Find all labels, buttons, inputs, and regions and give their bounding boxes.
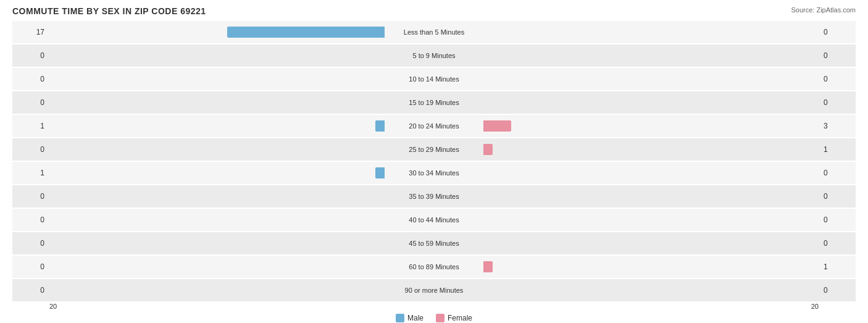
chart-title: COMMUTE TIME BY SEX IN ZIP CODE 69221 [12, 6, 206, 16]
chart-rows: 17 Less than 5 Minutes 0 0 [12, 21, 856, 301]
bars-center: 5 to 9 Minutes [49, 44, 819, 67]
row-label: 10 to 14 Minutes [385, 75, 483, 83]
table-row: 0 90 or more Minutes 0 [12, 279, 856, 301]
legend-male: Male [396, 314, 424, 322]
bar-pair: 25 to 29 Minutes [49, 138, 819, 161]
row-label: 25 to 29 Minutes [385, 146, 483, 153]
female-side [483, 73, 819, 85]
female-value: 1 [819, 262, 856, 271]
female-value: 1 [819, 145, 856, 154]
male-side [49, 238, 385, 249]
row-label: Less than 5 Minutes [385, 28, 483, 36]
female-bar [483, 144, 493, 155]
female-value: 0 [819, 239, 856, 248]
male-bar [375, 120, 385, 132]
male-side [49, 167, 385, 178]
male-value: 0 [12, 239, 49, 248]
male-side [49, 261, 385, 272]
table-row: 0 40 to 44 Minutes 0 [12, 209, 856, 231]
bar-pair: 5 to 9 Minutes [49, 44, 819, 67]
title-row: COMMUTE TIME BY SEX IN ZIP CODE 69221 So… [12, 6, 856, 16]
female-side [483, 214, 819, 225]
table-row: 0 10 to 14 Minutes 0 [12, 68, 856, 90]
female-side [483, 261, 819, 272]
male-side [49, 191, 385, 202]
male-side [49, 50, 385, 61]
male-side [49, 27, 385, 38]
male-side [49, 285, 385, 296]
female-bar [483, 120, 511, 132]
legend-male-label: Male [407, 314, 424, 322]
male-value: 1 [12, 169, 49, 177]
table-row: 0 15 to 19 Minutes 0 [12, 91, 856, 114]
bars-center: 40 to 44 Minutes [49, 209, 819, 231]
row-label: 30 to 34 Minutes [385, 169, 483, 177]
female-value: 0 [819, 216, 856, 224]
female-value: 3 [819, 122, 856, 130]
female-side [483, 285, 819, 296]
chart-container: COMMUTE TIME BY SEX IN ZIP CODE 69221 So… [0, 0, 868, 323]
table-row: 1 30 to 34 Minutes 0 [12, 162, 856, 184]
female-side [483, 191, 819, 202]
female-side [483, 144, 819, 155]
row-label: 5 to 9 Minutes [385, 52, 483, 59]
male-bar [375, 167, 385, 178]
bars-center: 35 to 39 Minutes [49, 185, 819, 208]
female-side [483, 120, 819, 132]
bars-center: 30 to 34 Minutes [49, 162, 819, 184]
bars-center: 45 to 59 Minutes [49, 232, 819, 254]
bars-center: Less than 5 Minutes [49, 21, 819, 43]
bar-pair: 20 to 24 Minutes [49, 115, 819, 137]
axis-row: 20 20 [12, 303, 856, 310]
bars-center: 90 or more Minutes [49, 279, 819, 301]
row-label: 20 to 24 Minutes [385, 122, 483, 130]
bar-pair: 40 to 44 Minutes [49, 209, 819, 231]
table-row: 1 20 to 24 Minutes 3 [12, 115, 856, 137]
legend-female-label: Female [448, 314, 472, 322]
bars-center: 20 to 24 Minutes [49, 115, 819, 137]
male-side [49, 214, 385, 225]
male-value: 0 [12, 51, 49, 60]
male-value: 17 [12, 28, 49, 36]
bar-pair: Less than 5 Minutes [49, 21, 819, 43]
male-value: 0 [12, 216, 49, 224]
male-side [49, 144, 385, 155]
female-side [483, 50, 819, 61]
female-value: 0 [819, 192, 856, 201]
male-value: 0 [12, 98, 49, 107]
table-row: 17 Less than 5 Minutes 0 [12, 21, 856, 43]
female-side [483, 167, 819, 178]
male-side [49, 120, 385, 132]
legend-female-box [436, 314, 444, 322]
bar-pair: 90 or more Minutes [49, 279, 819, 301]
female-value: 0 [819, 51, 856, 60]
female-value: 0 [819, 169, 856, 177]
female-value: 0 [819, 286, 856, 295]
bars-center: 60 to 89 Minutes [49, 256, 819, 278]
bar-pair: 15 to 19 Minutes [49, 91, 819, 114]
male-value: 1 [12, 122, 49, 130]
female-side [483, 27, 819, 38]
row-label: 90 or more Minutes [385, 287, 483, 294]
male-side [49, 73, 385, 85]
table-row: 0 5 to 9 Minutes 0 [12, 44, 856, 67]
row-label: 15 to 19 Minutes [385, 99, 483, 106]
female-value: 0 [819, 98, 856, 107]
male-side [49, 97, 385, 108]
female-side [483, 238, 819, 249]
legend-male-box [396, 314, 404, 322]
bar-pair: 60 to 89 Minutes [49, 256, 819, 278]
row-label: 45 to 59 Minutes [385, 240, 483, 247]
female-side [483, 97, 819, 108]
table-row: 0 60 to 89 Minutes 1 [12, 256, 856, 278]
legend-row: Male Female [12, 314, 856, 322]
table-row: 0 25 to 29 Minutes 1 [12, 138, 856, 161]
female-value: 0 [819, 28, 856, 36]
male-value: 0 [12, 145, 49, 154]
bar-pair: 45 to 59 Minutes [49, 232, 819, 254]
female-bar [483, 261, 493, 272]
bars-center: 15 to 19 Minutes [49, 91, 819, 114]
female-value: 0 [819, 75, 856, 83]
bars-center: 25 to 29 Minutes [49, 138, 819, 161]
table-row: 0 45 to 59 Minutes 0 [12, 232, 856, 254]
